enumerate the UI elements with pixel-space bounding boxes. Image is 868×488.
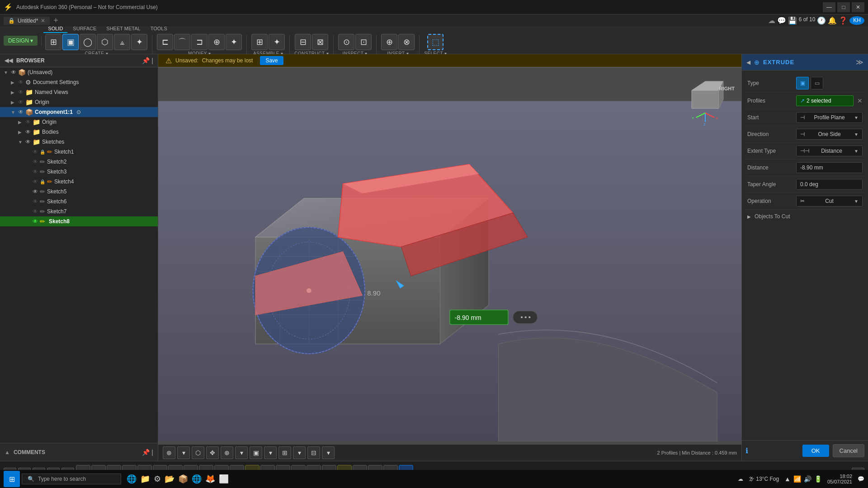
browser-menu-button[interactable]: |: [151, 57, 153, 64]
grid-dropdown-icon[interactable]: ▾: [293, 446, 306, 459]
maximize-button[interactable]: □: [837, 2, 850, 12]
taskbar-clock[interactable]: 18:02 05/07/2021: [827, 474, 852, 484]
component-visibility-icon[interactable]: 👁: [18, 109, 24, 115]
tree-named-views[interactable]: ▶ 👁 📁 Named Views: [0, 87, 158, 97]
tree-sketch2[interactable]: ▶ 👁 ✏ Sketch2: [0, 157, 158, 167]
save-to-cloud-icon[interactable]: 💾: [788, 16, 797, 25]
comp-origin-visibility-icon[interactable]: 👁: [25, 119, 31, 125]
ok-button[interactable]: OK: [802, 445, 829, 457]
sketch5-visibility-icon[interactable]: 👁: [33, 188, 38, 195]
doc-settings-visibility-icon[interactable]: 👁: [18, 79, 24, 85]
cloud-icon[interactable]: ☁: [768, 16, 775, 25]
sketch3-visibility-icon[interactable]: 👁: [33, 169, 38, 175]
sketch8-visibility-icon[interactable]: 👁: [33, 218, 38, 225]
draft-icon[interactable]: ⊕: [208, 34, 225, 50]
cloud-tray-icon[interactable]: ☁: [738, 476, 743, 482]
tree-component1[interactable]: ▼ 👁 📦 Component1:1 ⊙: [0, 107, 158, 117]
operation-selector[interactable]: ✂ Cut ▼: [796, 196, 863, 206]
tab-solid[interactable]: SOLID: [43, 25, 67, 33]
tree-origin[interactable]: ▶ 👁 📁 Origin: [0, 97, 158, 107]
tree-sketch4[interactable]: ▶ 👁 🔒 ✏ Sketch4: [0, 177, 158, 187]
tray-battery-icon[interactable]: 🔋: [814, 475, 822, 483]
tree-sketch6[interactable]: ▶ 👁 ✏ Sketch6: [0, 197, 158, 206]
profiles-clear-button[interactable]: ✕: [857, 97, 863, 104]
tree-sketch1[interactable]: ▶ 👁 🔒 ✏ Sketch1: [0, 147, 158, 157]
fillet-icon[interactable]: ⊏: [157, 34, 173, 50]
tray-speaker-icon[interactable]: 🔊: [804, 475, 811, 483]
sketch7-visibility-icon[interactable]: 👁: [33, 208, 38, 215]
tab-close-icon[interactable]: ✕: [41, 18, 45, 24]
bell-icon[interactable]: 🔔: [828, 16, 837, 25]
comments-pin-button[interactable]: 📌: [142, 449, 150, 456]
sweep-icon[interactable]: ⬡: [97, 34, 113, 50]
appearance-dropdown-icon[interactable]: ▾: [322, 446, 335, 459]
taskbar-download-icon[interactable]: 📦: [178, 474, 188, 484]
type-surface-icon[interactable]: ▭: [811, 77, 823, 89]
minimize-button[interactable]: —: [823, 2, 835, 12]
joint-icon[interactable]: ⊞: [251, 34, 268, 50]
viewport[interactable]: ⚠ Unsaved: Changes may be lost Save: [158, 54, 741, 461]
shell-icon[interactable]: ✦: [131, 34, 147, 50]
chat-icon[interactable]: 💬: [777, 16, 786, 25]
as-built-joint-icon[interactable]: ✦: [269, 34, 285, 50]
sketch2-visibility-icon[interactable]: 👁: [33, 159, 38, 165]
select-icon[interactable]: ⬚: [427, 34, 443, 50]
loft-icon[interactable]: ⟁: [114, 34, 130, 50]
tab-tools[interactable]: TOOLS: [146, 25, 172, 33]
sketch1-visibility-icon[interactable]: 👁: [33, 149, 38, 155]
save-button[interactable]: Save: [260, 56, 283, 65]
sketch6-visibility-icon[interactable]: 👁: [33, 198, 38, 205]
orbit-icon[interactable]: ⬡: [192, 446, 204, 459]
help-icon[interactable]: ❓: [839, 16, 848, 25]
objects-to-cut-row[interactable]: ▶ Objects To Cut: [745, 210, 864, 223]
type-solid-icon[interactable]: ▣: [796, 77, 809, 89]
taskbar-settings-icon[interactable]: ⚙: [154, 474, 161, 484]
info-icon[interactable]: ℹ: [745, 446, 748, 455]
comments-menu-button[interactable]: |: [151, 449, 153, 456]
tree-sketch8[interactable]: ▶ 👁 ✏ Sketch8: [0, 216, 158, 226]
create-new-component-icon[interactable]: ⊞: [45, 34, 61, 50]
zoom-dropdown-icon[interactable]: ▾: [235, 446, 248, 459]
pan-icon[interactable]: ✥: [206, 446, 219, 459]
distance-input[interactable]: -8.90 mm: [796, 162, 863, 173]
clock-icon[interactable]: 🕐: [817, 16, 826, 25]
profiles-selector[interactable]: ↗ 2 selected: [796, 95, 854, 106]
tree-sketch3[interactable]: ▶ 👁 ✏ Sketch3: [0, 167, 158, 177]
display-dropdown-icon[interactable]: ▾: [264, 446, 277, 459]
tab-sheet-metal[interactable]: SHEET METAL: [102, 25, 145, 33]
tree-sketch5[interactable]: ▶ 👁 ✏ Sketch5: [0, 187, 158, 197]
tray-expand-icon[interactable]: ▲: [784, 475, 791, 483]
extrude-icon[interactable]: ▣: [62, 34, 79, 50]
taskbar-search[interactable]: 🔍 Type here to search: [22, 474, 121, 484]
taper-input[interactable]: 0.0 deg: [796, 179, 863, 190]
taskbar-globe-icon[interactable]: 🌐: [127, 474, 137, 484]
design-button[interactable]: DESIGN ▾: [4, 36, 38, 46]
tree-bodies[interactable]: ▶ 👁 📁 Bodies: [0, 127, 158, 137]
tray-network-icon[interactable]: 📶: [793, 475, 801, 483]
interference-icon[interactable]: ⊡: [355, 34, 372, 50]
tree-sketches[interactable]: ▼ 👁 📁 Sketches: [0, 137, 158, 147]
extrude-panel-collapse-icon[interactable]: ◀: [746, 59, 750, 66]
start-selector[interactable]: ⊣ Profile Plane ▼: [796, 112, 863, 123]
measure-icon[interactable]: ⊙: [338, 34, 354, 50]
taskbar-files-icon[interactable]: 📂: [165, 474, 175, 484]
direction-selector[interactable]: ⊣ One Side ▼: [796, 129, 863, 140]
expand-icon[interactable]: ▲: [5, 449, 10, 455]
shell-modify-icon[interactable]: ⊐: [191, 34, 208, 50]
origin-visibility-icon[interactable]: 👁: [18, 99, 24, 105]
tree-component-origin[interactable]: ▶ 👁 📁 Origin: [0, 117, 158, 127]
sketches-visibility-icon[interactable]: 👁: [25, 139, 31, 145]
bodies-visibility-icon[interactable]: 👁: [25, 129, 31, 135]
taskbar-chrome-icon[interactable]: 🌐: [192, 474, 202, 484]
tab-surface[interactable]: SURFACE: [68, 25, 101, 33]
browser-pin-button[interactable]: 📌: [142, 57, 150, 64]
offset-plane-icon[interactable]: ⊟: [295, 34, 311, 50]
tree-sketch7[interactable]: ▶ 👁 ✏ Sketch7: [0, 206, 158, 216]
taskbar-fox-icon[interactable]: 🦊: [205, 474, 215, 484]
chamfer-icon[interactable]: ⌒: [174, 34, 190, 50]
snap-dropdown-icon[interactable]: ▾: [177, 446, 190, 459]
insert-mesh-icon[interactable]: ⊕: [381, 34, 397, 50]
grid-icon[interactable]: ⊞: [278, 446, 291, 459]
extrude-panel-expand-icon[interactable]: ≫: [856, 58, 863, 66]
scale-icon[interactable]: ✦: [226, 34, 242, 50]
